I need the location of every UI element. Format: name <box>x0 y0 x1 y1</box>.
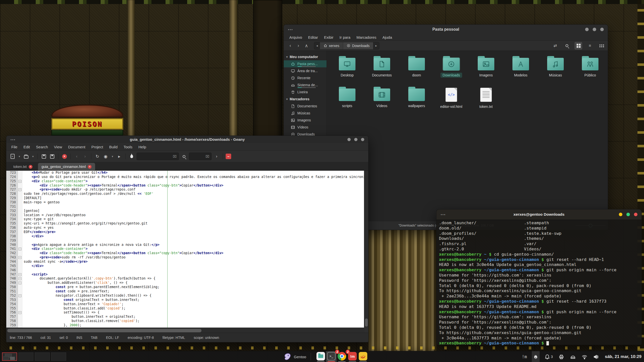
tab-close-icon[interactable]: × <box>29 165 32 169</box>
geany-menu-build[interactable]: Build <box>107 144 120 150</box>
fold-margin[interactable] <box>18 175 22 179</box>
tray-flame-icon[interactable] <box>532 351 540 362</box>
fold-margin[interactable] <box>18 306 22 311</box>
fold-collapse-icon[interactable] <box>19 248 21 250</box>
file-item-modelos[interactable]: Modelos <box>503 55 538 85</box>
geany-menu-help[interactable]: Help <box>136 144 149 150</box>
code-line[interactable]: 740 <p>Agora apague a árvore antiga e si… <box>6 243 365 247</box>
open-file-dropdown-icon[interactable]: ▾ <box>31 153 35 160</box>
tray-wifi-icon[interactable] <box>581 351 588 362</box>
code-line[interactable]: 758 button.classList.remove('copied'); <box>6 319 365 323</box>
code-line[interactable]: 725 <div class="code-container"> <box>6 179 365 184</box>
fm-menu-arquivo[interactable]: Arquivo <box>287 34 305 40</box>
fold-margin[interactable] <box>18 179 22 184</box>
editor-tab-token-txt[interactable]: token.txt× <box>10 163 36 170</box>
fold-margin[interactable] <box>18 230 22 234</box>
workspace-2[interactable] <box>18 352 33 361</box>
fm-titlebar[interactable]: ⋯ Pasta pessoal <box>284 25 608 34</box>
tray-im-tray-icon[interactable]: !m <box>521 351 528 362</box>
code-line[interactable]: 728sudo tee /etc/portage/repos.conf/gent… <box>6 192 365 196</box>
fold-margin[interactable] <box>18 302 22 306</box>
fold-margin[interactable] <box>18 294 22 298</box>
fold-margin[interactable] <box>18 192 22 196</box>
geany-menu-search[interactable]: Search <box>33 144 51 150</box>
fold-collapse-icon[interactable] <box>19 282 21 284</box>
fold-margin[interactable] <box>18 184 22 188</box>
back-button[interactable]: ‹ <box>286 42 294 49</box>
code-line[interactable]: 751 const code = pre.innerText; <box>6 289 365 294</box>
vertical-scrollbar[interactable] <box>364 171 368 328</box>
fold-margin[interactable] <box>18 251 22 255</box>
geany-titlebar[interactable]: ⋯ guia_gentoo_cinnamon.html - /home/xerx… <box>6 136 368 143</box>
taskbar-app-terminal[interactable]: >_ <box>326 351 337 362</box>
fm-menu-ir-para[interactable]: Ir para <box>337 34 353 40</box>
breadcrumb-current-button[interactable]: Downloads <box>343 42 373 49</box>
build-button[interactable]: ◉ <box>102 153 109 160</box>
workspace-1[interactable] <box>2 352 17 361</box>
code-line[interactable]: 727 <pre><code>sudo mkdir -p /etc/portag… <box>6 188 365 192</box>
maximize-button[interactable] <box>593 28 596 31</box>
minimize-button[interactable] <box>347 138 351 141</box>
fold-margin[interactable] <box>18 171 22 175</box>
file-item-m-sicas[interactable]: Músicas <box>538 55 573 85</box>
color-chooser-button[interactable] <box>128 153 135 160</box>
taskbar-app-files[interactable] <box>315 351 326 362</box>
fold-collapse-icon[interactable] <box>19 273 21 276</box>
fold-margin[interactable] <box>18 188 22 192</box>
horizontal-scrollbar[interactable] <box>6 328 365 333</box>
fold-collapse-icon[interactable] <box>19 311 21 314</box>
compact-view-button[interactable] <box>598 42 605 50</box>
geany-menu-tools[interactable]: Tools <box>121 144 135 150</box>
fold-collapse-icon[interactable] <box>19 256 21 259</box>
fold-margin[interactable] <box>18 285 22 289</box>
fold-margin[interactable] <box>18 213 22 217</box>
code-line[interactable]: 750 const pre = button.parentElement.nex… <box>6 285 365 289</box>
fold-margin[interactable] <box>18 234 22 239</box>
open-file-button[interactable] <box>23 153 29 160</box>
fold-collapse-icon[interactable] <box>19 180 21 183</box>
icon-view-button[interactable] <box>575 42 582 50</box>
file-item-documentos[interactable]: Documentos <box>365 55 399 85</box>
file-item-scripts[interactable]: scripts <box>330 85 365 116</box>
code-line[interactable]: 723 <h4>Mudar o Portage para usar Git</h… <box>6 171 365 175</box>
maximize-button[interactable] <box>354 138 357 141</box>
sidebar-section-header[interactable]: ▾Meu computador <box>284 53 327 60</box>
build-dropdown-icon[interactable]: ▾ <box>111 153 114 160</box>
fold-margin[interactable] <box>18 289 22 294</box>
tray-printer-icon[interactable] <box>557 351 565 362</box>
fm-file-area[interactable]: DesktopDocumentosdoomDownloadsImagensMod… <box>327 51 608 221</box>
fold-margin[interactable] <box>18 247 22 251</box>
taskbar-app-im-red[interactable]: !m2 <box>347 351 358 362</box>
code-line[interactable]: 731 <box>6 205 365 209</box>
taskbar-app-genie-lamp[interactable] <box>358 351 368 362</box>
fold-margin[interactable] <box>18 268 22 273</box>
code-line[interactable]: 735sync-uri = https://anongit.gentoo.org… <box>6 221 365 226</box>
fold-margin[interactable] <box>18 281 22 285</box>
fm-menu-editar[interactable]: Editar <box>306 34 320 40</box>
run-button[interactable]: ▸ <box>116 153 123 160</box>
file-item-downloads[interactable]: Downloads <box>434 55 469 85</box>
fold-margin[interactable] <box>18 255 22 260</box>
fold-margin[interactable] <box>18 205 22 209</box>
fold-margin[interactable] <box>18 277 22 281</box>
file-item-p-blico[interactable]: Público <box>573 55 608 85</box>
fold-margin[interactable] <box>18 260 22 264</box>
fold-margin[interactable] <box>18 217 22 221</box>
close-button[interactable] <box>634 213 637 216</box>
workspace-3[interactable] <box>35 352 50 361</box>
fold-margin[interactable] <box>18 323 22 328</box>
compile-button[interactable]: ↻ <box>94 153 101 160</box>
file-item-token-txt[interactable]: token.txt <box>469 85 503 116</box>
sidebar-item-recente[interactable]: Recente <box>284 74 327 81</box>
fold-margin[interactable] <box>18 221 22 226</box>
navigate-back-button[interactable]: ‹ <box>73 153 80 160</box>
code-line[interactable]: 724 <p>O uso do Git para sincronizar o P… <box>6 175 365 179</box>
code-line[interactable]: 744sudo emaint sync -a</code></pre> <box>6 260 365 264</box>
fold-collapse-icon[interactable] <box>19 294 21 297</box>
breadcrumb-scroll-right-icon[interactable]: ▸ <box>373 44 379 48</box>
quit-button[interactable]: − <box>226 154 231 159</box>
close-button[interactable] <box>361 138 364 141</box>
fold-margin[interactable] <box>18 264 22 268</box>
file-item-editor-vol-html[interactable]: </>editor-vol.html <box>434 85 469 116</box>
search-icon[interactable] <box>563 42 571 50</box>
